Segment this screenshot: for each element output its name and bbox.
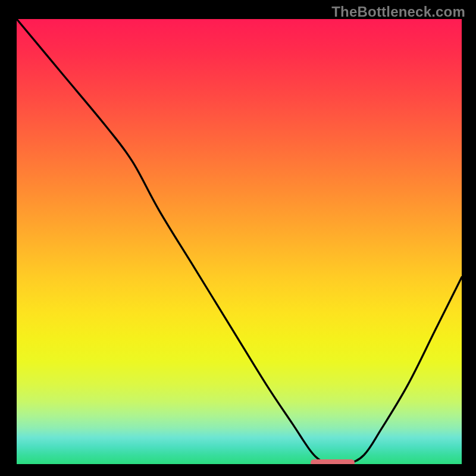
chart-frame: TheBottleneck.com [0,0,476,476]
bottleneck-curve [17,19,462,464]
optimal-range-marker [311,459,355,464]
plot-area [17,19,462,464]
watermark-text: TheBottleneck.com [331,4,465,20]
